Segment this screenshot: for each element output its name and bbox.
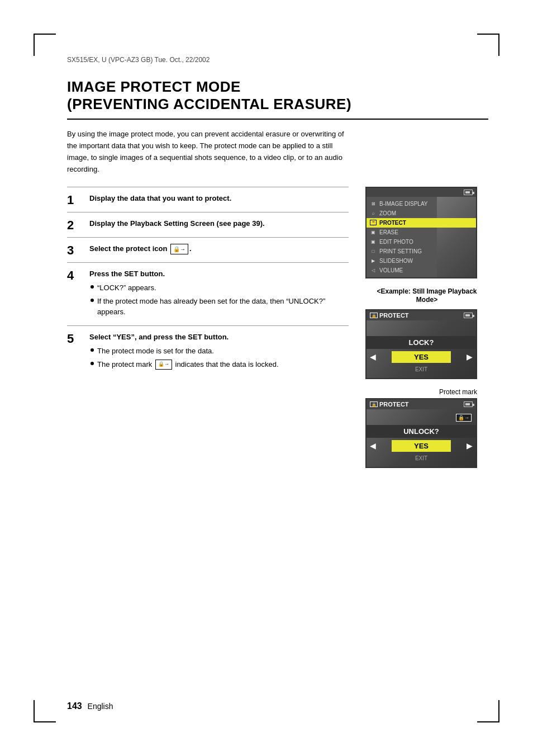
protect-icon-inline: 🔒→	[170, 244, 188, 254]
step-2: 2 Display the Playback Setting Screen (s…	[67, 212, 349, 237]
screen-2-body: LOCK? ◀ YES ▶ EXIT	[367, 320, 476, 378]
corner-mark-tr	[477, 34, 499, 56]
step-5-bullet-1: The protect mode is set for the data.	[91, 346, 279, 357]
menu-list: ⊠ B-IMAGE DISPLAY ⌕ ZOOM 🔒→ PROTECT	[367, 199, 476, 275]
menu-item-zoom: ⌕ ZOOM	[367, 209, 476, 218]
step-5-bullets: The protect mode is set for the data. Th…	[89, 346, 279, 370]
screen-mockup-3: 🔒 PROTECT 🔒→ UNLOCK? ◀	[365, 398, 477, 468]
battery-icon-2	[464, 313, 473, 318]
step-1-content: Display the data that you want to protec…	[89, 193, 231, 204]
corner-mark-bl	[34, 700, 56, 722]
menu-item-print-setting: □ PRINT SETTING	[367, 247, 476, 256]
step-5-bullet-2: The protect mark 🔒→ indicates that the d…	[91, 359, 279, 370]
step-1: 1 Display the data that you want to prot…	[67, 187, 349, 212]
content-area: IMAGE PROTECT MODE (PREVENTING ACCIDENTA…	[67, 78, 488, 468]
screen-2-header: 🔒 PROTECT	[367, 310, 476, 320]
bullet-dot	[91, 348, 94, 352]
screen-mockup-2: 🔒 PROTECT LOCK? ◀ YES	[365, 309, 477, 379]
protect-mark-icon: 🔒→	[155, 360, 172, 370]
bullet-dot	[91, 299, 94, 302]
two-column-layout: 1 Display the data that you want to prot…	[67, 187, 488, 468]
yes-bar: YES	[392, 351, 451, 363]
header-text: SX515/EX, U (VPC-AZ3 GB) Tue. Oct., 22/2…	[67, 56, 466, 64]
page: SX515/EX, U (VPC-AZ3 GB) Tue. Oct., 22/2…	[0, 0, 533, 756]
protect-icon-header-3: 🔒	[370, 401, 378, 407]
lock-label: LOCK?	[367, 336, 476, 349]
menu-item-b-image: ⊠ B-IMAGE DISPLAY	[367, 199, 476, 209]
corner-mark-tl	[34, 34, 56, 56]
page-title: IMAGE PROTECT MODE (PREVENTING ACCIDENTA…	[67, 78, 488, 120]
exit-bar-3: EXIT	[414, 454, 429, 462]
yes-bar-3: YES	[392, 440, 451, 452]
screen-3-body: 🔒→ UNLOCK? ◀ YES ▶ EXIT	[367, 409, 476, 467]
menu-item-erase: ▣ ERASE	[367, 228, 476, 237]
step-2-number: 2	[67, 218, 83, 231]
step-4: 4 Press the SET button. “LOCK?” appears.…	[67, 262, 349, 325]
step-4-bullet-2: If the protect mode has already been set…	[91, 296, 349, 318]
bullet-dot	[91, 362, 94, 365]
step-1-number: 1	[67, 193, 83, 206]
step-4-content: Press the SET button. “LOCK?” appears. I…	[89, 268, 349, 320]
example-caption: <Example: Still Image Playback Mode>	[365, 287, 488, 305]
right-column: ⊠ B-IMAGE DISPLAY ⌕ ZOOM 🔒→ PROTECT	[365, 187, 488, 468]
step-4-number: 4	[67, 268, 83, 282]
menu-item-slideshow: ▶ SLIDESHOW	[367, 256, 476, 266]
screen-3-header: 🔒 PROTECT	[367, 399, 476, 409]
step-5-number: 5	[67, 332, 83, 345]
step-3-content: Select the protect icon 🔒→.	[89, 243, 192, 254]
corner-mark-br	[477, 700, 499, 722]
exit-bar: EXIT	[414, 365, 429, 374]
footer-lang: English	[88, 702, 113, 711]
protect-mark-corner-icon: 🔒→	[456, 414, 472, 422]
step-5-content: Select “YES”, and press the SET button. …	[89, 332, 279, 372]
step-3: 3 Select the protect icon 🔒→.	[67, 237, 349, 262]
battery-icon	[464, 190, 473, 195]
screen-mockup-1: ⊠ B-IMAGE DISPLAY ⌕ ZOOM 🔒→ PROTECT	[365, 187, 477, 278]
protect-mark-label: Protect mark	[365, 388, 488, 396]
page-number: 143	[67, 701, 82, 711]
step-5: 5 Select “YES”, and press the SET button…	[67, 325, 349, 378]
screen-1-body: ⊠ B-IMAGE DISPLAY ⌕ ZOOM 🔒→ PROTECT	[367, 197, 476, 277]
screen-1-header	[367, 188, 476, 197]
intro-paragraph: By using the image protect mode, you can…	[67, 129, 346, 175]
lock-overlay: LOCK? ◀ YES ▶ EXIT	[367, 320, 476, 378]
battery-icon-3	[464, 401, 473, 407]
step-3-text: Select the protect icon 🔒→.	[89, 244, 192, 253]
unlock-arrows: ◀ YES ▶	[367, 440, 476, 452]
unlock-label: UNLOCK?	[367, 425, 476, 438]
steps-column: 1 Display the data that you want to prot…	[67, 187, 349, 468]
step-4-bullet-1: “LOCK?” appears.	[91, 282, 349, 294]
protect-icon-header: 🔒	[370, 313, 378, 318]
menu-item-volume: ◁ VOLUME	[367, 266, 476, 275]
footer: 143 English	[67, 701, 113, 711]
lock-arrows: ◀ YES ▶	[367, 351, 476, 363]
menu-item-edit-photo: ▣ EDIT PHOTO	[367, 237, 476, 247]
step-4-bullets: “LOCK?” appears. If the protect mode has…	[89, 282, 349, 318]
bullet-dot	[91, 285, 94, 289]
menu-item-protect: 🔒→ PROTECT	[367, 218, 476, 228]
step-3-number: 3	[67, 243, 83, 257]
step-2-content: Display the Playback Setting Screen (see…	[89, 218, 265, 229]
